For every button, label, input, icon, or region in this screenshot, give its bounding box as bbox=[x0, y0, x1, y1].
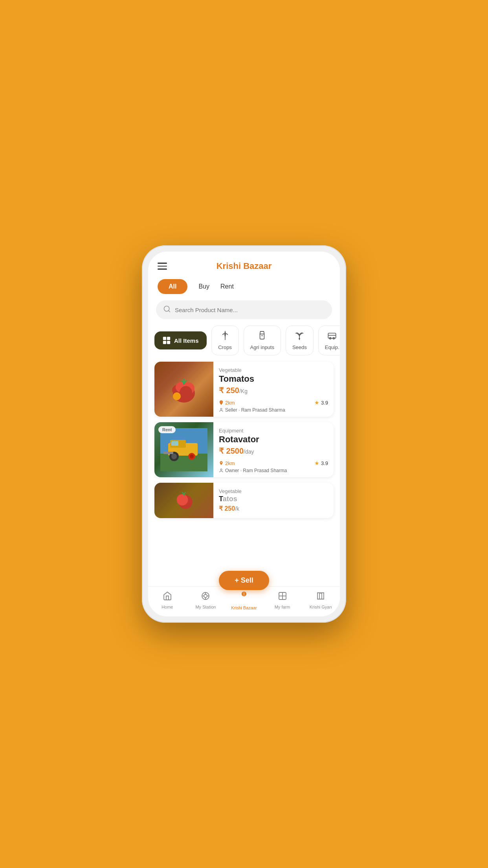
category-equipment[interactable]: Equip. bbox=[318, 326, 340, 355]
tab-rent[interactable]: Rent bbox=[220, 283, 234, 290]
phone-screen: Krishi Bazaar All Buy Rent bbox=[148, 252, 340, 616]
product-seller-2: Owner · Ram Prasad Sharma bbox=[219, 468, 328, 473]
farm-icon bbox=[278, 591, 287, 603]
product-price-1: ₹ 250/Kg bbox=[219, 386, 328, 395]
equipment-icon bbox=[327, 331, 337, 342]
nav-label-home: Home bbox=[161, 605, 173, 609]
product-price-2: ₹ 2500/day bbox=[219, 446, 328, 456]
crops-icon bbox=[220, 331, 230, 342]
bottom-navigation: Home My Station bbox=[148, 586, 340, 616]
nav-label-krishi-bazaar: Krishi Bazaar bbox=[231, 605, 257, 610]
svg-point-7 bbox=[299, 338, 300, 339]
product-list: Vegetable Tomatos ₹ 250/Kg 2km bbox=[148, 360, 340, 583]
product-price-3: ₹ 250/k bbox=[219, 505, 328, 512]
svg-rect-20 bbox=[160, 454, 207, 471]
product-category-2: Equipment bbox=[219, 428, 328, 434]
book-icon bbox=[316, 591, 325, 603]
tomato-illustration-2 bbox=[168, 485, 200, 516]
search-input[interactable] bbox=[175, 307, 325, 313]
product-info-tomatos-2: Vegetable Tatos ₹ 250/k bbox=[213, 483, 334, 518]
category-agri-inputs-label: Agri inputs bbox=[250, 344, 274, 350]
nav-item-krishi-bazaar[interactable]: Krishi Bazaar bbox=[225, 590, 263, 610]
station-icon bbox=[201, 591, 210, 603]
bazaar-icon bbox=[238, 590, 250, 604]
tab-bar: All Buy Rent bbox=[148, 276, 340, 299]
product-meta-2: 2km ★ 3.9 Owner · Ram Prasad Sharma bbox=[219, 460, 328, 473]
svg-point-17 bbox=[173, 392, 181, 400]
location-icon-1 bbox=[219, 400, 224, 405]
header: Krishi Bazaar bbox=[148, 252, 340, 276]
price-value-1: ₹ 250 bbox=[219, 386, 239, 395]
product-category-1: Vegetable bbox=[219, 367, 328, 373]
menu-button[interactable] bbox=[158, 263, 167, 270]
category-crops[interactable]: Crops bbox=[211, 326, 239, 355]
product-name-3: Tatos bbox=[219, 495, 328, 503]
category-equip-label: Equip. bbox=[325, 344, 339, 350]
price-unit-2: /day bbox=[244, 449, 254, 455]
svg-point-25 bbox=[171, 454, 177, 459]
tomato-illustration bbox=[164, 370, 204, 409]
category-agri-inputs[interactable]: Agri inputs bbox=[244, 326, 281, 355]
product-info-tomatos: Vegetable Tomatos ₹ 250/Kg 2km bbox=[213, 362, 334, 417]
svg-point-27 bbox=[190, 454, 194, 458]
nav-label-my-farm: My farm bbox=[275, 605, 290, 609]
product-location-row-1: 2km ★ 3.9 bbox=[219, 399, 328, 406]
svg-rect-2 bbox=[163, 337, 166, 340]
phone-device: Krishi Bazaar All Buy Rent bbox=[142, 245, 346, 623]
category-seeds[interactable]: Seeds bbox=[286, 326, 314, 355]
person-icon-2 bbox=[219, 468, 224, 473]
svg-point-39 bbox=[243, 592, 245, 596]
product-meta-1: 2km ★ 3.9 Seller · Ram Prasad Sharma bbox=[219, 399, 328, 413]
svg-point-33 bbox=[204, 594, 207, 598]
product-location-row-2: 2km ★ 3.9 bbox=[219, 460, 328, 466]
product-rating-1: ★ 3.9 bbox=[314, 399, 328, 406]
svg-rect-23 bbox=[171, 441, 178, 446]
grid-icon bbox=[162, 336, 171, 345]
product-location-1: 2km bbox=[219, 400, 235, 406]
seller-label-2: Owner · Ram Prasad Sharma bbox=[225, 468, 287, 473]
price-value-2: ₹ 2500 bbox=[219, 447, 244, 455]
star-icon-1: ★ bbox=[314, 399, 319, 406]
seller-label-1: Seller · Ram Prasad Sharma bbox=[225, 407, 285, 413]
nav-item-krishi-gyan[interactable]: Krishi Gyan bbox=[301, 591, 340, 609]
product-card-tomatos[interactable]: Vegetable Tomatos ₹ 250/Kg 2km bbox=[154, 362, 334, 417]
product-info-rotavator: Equipment Rotavator ₹ 2500/day 2km bbox=[213, 422, 334, 477]
search-bar bbox=[156, 300, 332, 319]
search-icon bbox=[163, 305, 171, 314]
price-value-3: ₹ 250 bbox=[219, 505, 235, 512]
category-filter-bar: All Items Crops bbox=[148, 324, 340, 360]
svg-point-31 bbox=[177, 494, 188, 506]
category-all-items[interactable]: All Items bbox=[154, 331, 207, 349]
nav-item-home[interactable]: Home bbox=[148, 591, 187, 609]
product-category-3: Vegetable bbox=[219, 488, 328, 494]
person-icon-1 bbox=[219, 408, 224, 412]
product-card-rotavator[interactable]: Rent bbox=[154, 422, 334, 477]
sell-button-container: + Sell bbox=[148, 571, 340, 590]
svg-rect-3 bbox=[167, 337, 170, 340]
svg-point-18 bbox=[220, 408, 222, 410]
nav-item-my-station[interactable]: My Station bbox=[187, 591, 225, 609]
location-icon-2 bbox=[219, 461, 224, 465]
product-name-2: Rotavator bbox=[219, 434, 328, 445]
app-title: Krishi Bazaar bbox=[216, 261, 272, 271]
nav-item-my-farm[interactable]: My farm bbox=[263, 591, 302, 609]
equipment-illustration bbox=[160, 428, 207, 471]
product-rating-2: ★ 3.9 bbox=[314, 460, 328, 466]
product-card-tomatos-2[interactable]: Vegetable Tatos ₹ 250/k bbox=[154, 483, 334, 518]
rating-value-1: 3.9 bbox=[321, 400, 328, 406]
svg-rect-28 bbox=[163, 452, 173, 454]
star-icon-2: ★ bbox=[314, 460, 319, 466]
product-image-rotavator: Rent bbox=[154, 422, 213, 477]
category-crops-label: Crops bbox=[218, 344, 232, 350]
tab-buy[interactable]: Buy bbox=[198, 283, 209, 290]
rent-badge: Rent bbox=[158, 426, 176, 433]
product-name-1: Tomatos bbox=[219, 374, 328, 384]
price-unit-3: /k bbox=[235, 506, 239, 512]
product-image-tomatos-2 bbox=[154, 483, 213, 518]
agri-inputs-icon bbox=[257, 331, 267, 342]
tab-all[interactable]: All bbox=[158, 279, 187, 294]
price-unit-1: /Kg bbox=[239, 388, 248, 394]
rating-value-2: 3.9 bbox=[321, 460, 328, 466]
sell-button[interactable]: + Sell bbox=[219, 571, 269, 590]
nav-label-my-station: My Station bbox=[195, 605, 216, 609]
